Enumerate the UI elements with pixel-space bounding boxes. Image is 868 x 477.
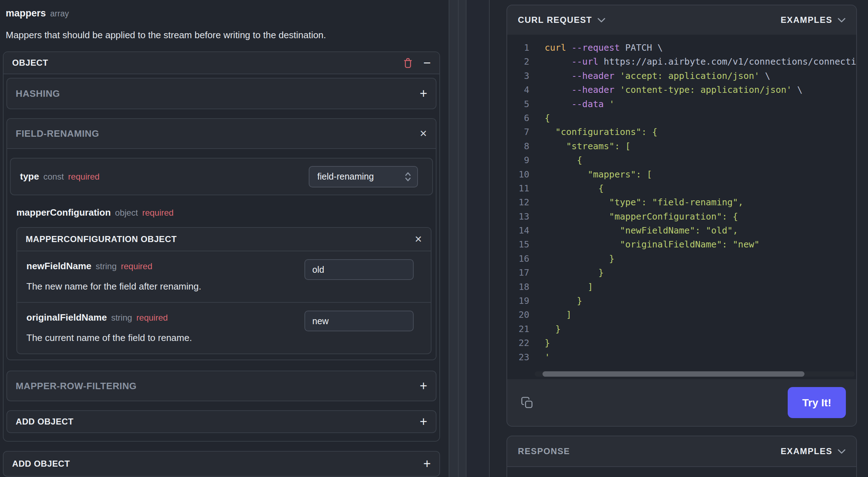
- code-line: 13 "mapperConfiguration": {: [507, 210, 856, 224]
- mappers-description: Mappers that should be applied to the st…: [6, 30, 449, 41]
- line-number: 22: [507, 336, 529, 350]
- mapperconfiguration-card-title: MAPPERCONFIGURATION OBJECT: [26, 234, 177, 244]
- horizontal-scrollbar-thumb[interactable]: [542, 371, 804, 377]
- line-number: 4: [507, 83, 529, 97]
- plus-icon-button[interactable]: +: [420, 415, 427, 428]
- code-line: 7 "configurations": {: [507, 125, 856, 139]
- mapper-row-filtering-section[interactable]: MAPPER-ROW-FILTERING +: [6, 371, 436, 401]
- code-line: 17 }: [507, 266, 856, 280]
- curl-examples-dropdown[interactable]: EXAMPLES: [781, 15, 846, 25]
- line-number: 7: [507, 125, 529, 139]
- plus-icon: +: [420, 87, 427, 100]
- close-mapperconfiguration-button[interactable]: ✕: [414, 235, 422, 244]
- line-number: 18: [507, 280, 529, 294]
- code-line: 9 {: [507, 153, 856, 167]
- line-number: 17: [507, 266, 529, 280]
- line-number: 21: [507, 322, 529, 336]
- newfieldname-name: newFieldName: [26, 261, 91, 272]
- code-examples-panel: CURL REQUEST EXAMPLES 1curl --request PA…: [490, 0, 868, 477]
- response-examples-dropdown[interactable]: EXAMPLES: [781, 446, 846, 456]
- hashing-section[interactable]: HASHING +: [6, 78, 436, 109]
- object-item-header: OBJECT −: [4, 52, 439, 74]
- line-number: 10: [507, 167, 529, 181]
- curl-request-header: CURL REQUEST EXAMPLES: [507, 5, 856, 35]
- code-line: 23': [507, 350, 856, 364]
- code-line: 12 "type": "field-renaming",: [507, 195, 856, 209]
- newfieldname-kind: string: [96, 261, 117, 271]
- newfieldname-description: The new name for the field after renamin…: [26, 281, 422, 292]
- line-number: 16: [507, 252, 529, 266]
- type-field-row: type const required field-renaming: [10, 158, 433, 195]
- line-number: 14: [507, 224, 529, 237]
- line-number: 6: [507, 111, 529, 125]
- originalfieldname-kind: string: [111, 313, 132, 323]
- delete-object-button[interactable]: [403, 57, 413, 69]
- newfieldname-input[interactable]: [304, 259, 414, 280]
- code-line: 2 --url https://api.airbyte.com/v1/conne…: [507, 55, 856, 69]
- code-line: 10 "mappers": [: [507, 167, 856, 181]
- code-line: 8 "streams": [: [507, 139, 856, 153]
- collapse-object-button[interactable]: −: [423, 56, 431, 69]
- mapperconfiguration-name: mapperConfiguration: [16, 207, 111, 218]
- copy-code-button[interactable]: [521, 396, 534, 409]
- trash-icon: [403, 57, 413, 69]
- curl-request-dropdown[interactable]: CURL REQUEST: [518, 15, 605, 25]
- expand-mapper-row-filtering-button[interactable]: +: [420, 380, 427, 392]
- add-object-inner-label: ADD OBJECT: [16, 417, 74, 427]
- chevron-down-icon: [838, 449, 846, 454]
- object-item-body: HASHING + FIELD-RENAMING ✕ type const: [4, 74, 439, 441]
- mapper-row-filtering-label: MAPPER-ROW-FILTERING: [16, 381, 137, 392]
- column-divider: [466, 0, 490, 477]
- code-line: 16 }: [507, 252, 856, 266]
- code-line: 18 ]: [507, 280, 856, 294]
- code-line: 1curl --request PATCH \: [507, 41, 856, 55]
- curl-request-card: CURL REQUEST EXAMPLES 1curl --request PA…: [506, 5, 857, 427]
- code-line: 4 --header 'content-type: application/js…: [507, 83, 856, 97]
- try-it-button[interactable]: Try It!: [788, 387, 846, 418]
- horizontal-scrollbar-track[interactable]: [535, 371, 855, 377]
- object-item-label: OBJECT: [12, 58, 48, 68]
- chevron-up-down-icon: [404, 171, 412, 182]
- left-scrollbar-gutter[interactable]: [449, 0, 458, 477]
- originalfieldname-description: The current name of the field to rename.: [26, 332, 422, 343]
- type-field-required-badge: required: [68, 172, 100, 182]
- code-line: 20 ]: [507, 308, 856, 322]
- close-field-renaming-button[interactable]: ✕: [419, 129, 427, 138]
- code-line: 5 --data ': [507, 97, 856, 111]
- plus-icon: +: [423, 457, 431, 470]
- mapperconfiguration-card-header: MAPPERCONFIGURATION OBJECT ✕: [17, 228, 431, 251]
- originalfieldname-row: originalFieldName string required The cu…: [17, 302, 431, 353]
- panel-resize-gutter[interactable]: [458, 0, 466, 477]
- originalfieldname-input[interactable]: [304, 311, 414, 331]
- close-icon: ✕: [414, 235, 422, 244]
- add-object-outer-button[interactable]: ADD OBJECT +: [3, 451, 440, 477]
- chevron-down-icon: [838, 18, 846, 22]
- code-lines: 1curl --request PATCH \2 --url https://a…: [507, 41, 856, 364]
- code-line: 11 {: [507, 181, 856, 195]
- mapperconfiguration-card: MAPPERCONFIGURATION OBJECT ✕ newFieldNam…: [16, 227, 432, 354]
- mapperconfiguration-required-badge: required: [142, 208, 173, 218]
- code-line: 22}: [507, 336, 856, 350]
- code-line: 15 "originalFieldName": "new": [507, 237, 856, 251]
- line-number: 9: [507, 153, 529, 167]
- api-docs-page: { "left_panel": { "title": "mappers", "t…: [0, 0, 868, 477]
- field-renaming-section: FIELD-RENAMING ✕ type const required fie…: [6, 118, 436, 360]
- mappers-property-name: mappers: [6, 8, 46, 19]
- line-number: 2: [507, 55, 529, 69]
- plus-icon: +: [420, 415, 427, 428]
- add-object-inner-button[interactable]: ADD OBJECT +: [6, 410, 436, 433]
- plus-icon-button[interactable]: +: [423, 457, 431, 470]
- add-object-outer-label: ADD OBJECT: [12, 459, 70, 469]
- line-number: 19: [507, 294, 529, 308]
- type-select[interactable]: field-renaming: [309, 166, 418, 187]
- type-field-name: type: [20, 171, 39, 182]
- line-number: 3: [507, 69, 529, 83]
- code-line: 19 }: [507, 294, 856, 308]
- response-title: RESPONSE: [518, 446, 570, 456]
- copy-icon: [521, 396, 534, 409]
- hashing-label: HASHING: [16, 88, 60, 99]
- curl-card-footer: Try It!: [507, 379, 856, 426]
- code-line: 14 "newFieldName": "old",: [507, 224, 856, 237]
- mapperconfiguration-label-row: mapperConfiguration object required: [16, 207, 433, 218]
- expand-hashing-button[interactable]: +: [420, 87, 427, 100]
